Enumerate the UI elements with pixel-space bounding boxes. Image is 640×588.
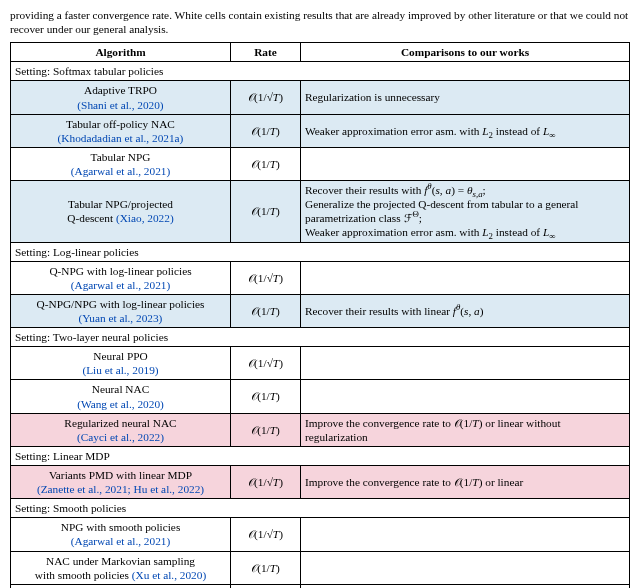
table-row: Tabular off-policy NAC (Khodadadian et a… [11, 114, 630, 147]
table-row: Q-NPG with log-linear policies (Agarwal … [11, 261, 630, 294]
setting-neural: Setting: Two-layer neural policies [11, 328, 630, 347]
alg-cell: Neural PPO (Liu et al., 2019) [11, 347, 231, 380]
rate-cell: 𝒪(1/T) [231, 181, 301, 242]
rate-cell: 𝒪(1/T) [231, 294, 301, 327]
rate-cell: 𝒪(1/T) [231, 413, 301, 446]
table-row: Neural NAC (Wang et al., 2020) 𝒪(1/T) [11, 380, 630, 413]
setting-loglinear: Setting: Log-linear policies [11, 242, 630, 261]
alg-cell: NAC under Markovian sampling with smooth… [11, 551, 231, 584]
rate-cell: 𝒪(1/√T) [231, 261, 301, 294]
header-row: Algorithm Rate Comparisons to our works [11, 43, 630, 62]
alg-cell: Tabular NPG/projected Q-descent (Xiao, 2… [11, 181, 231, 242]
alg-cell: Neural NAC (Wang et al., 2020) [11, 380, 231, 413]
cmp-cell: Recover their results with linear fθ(s, … [301, 294, 630, 327]
caption-text: providing a faster convergence rate. Whi… [10, 8, 630, 36]
cmp-cell: Recover their results with fθ(s, a) = θs… [301, 181, 630, 242]
table-row: Variants PMD with linear MDP (Zanette et… [11, 465, 630, 498]
cmp-cell [301, 584, 630, 588]
results-table: Algorithm Rate Comparisons to our works … [10, 42, 630, 588]
table-row: Neural PPO (Liu et al., 2019) 𝒪(1/√T) [11, 347, 630, 380]
setting-softmax: Setting: Softmax tabular policies [11, 62, 630, 81]
cmp-cell [301, 347, 630, 380]
rate-cell: 𝒪(1/√T) [231, 518, 301, 551]
setting-linearmdp: Setting: Linear MDP [11, 446, 630, 465]
alg-cell: Q-NPG/NPG with log-linear policies (Yuan… [11, 294, 231, 327]
table-row: Tabular NPG/projected Q-descent (Xiao, 2… [11, 181, 630, 242]
cmp-cell: Regularization is unnecessary [301, 81, 630, 114]
cmp-cell: Improve the convergence rate to 𝒪(1/T) o… [301, 465, 630, 498]
col-rate: Rate [231, 43, 301, 62]
table-row: Tabular NPG (Agarwal et al., 2021) 𝒪(1/T… [11, 147, 630, 180]
alg-cell: Q-NPG with log-linear policies (Agarwal … [11, 261, 231, 294]
col-comparisons: Comparisons to our works [301, 43, 630, 62]
table-row: Q-NPG/NPG with log-linear policies (Yuan… [11, 294, 630, 327]
cmp-cell [301, 147, 630, 180]
rate-cell: 𝒪(1/√T) [231, 465, 301, 498]
alg-cell: Tabular off-policy NAC (Khodadadian et a… [11, 114, 231, 147]
table-row: Regularized neural NAC (Cayci et al., 20… [11, 413, 630, 446]
cmp-cell: Improve the convergence rate to 𝒪(1/T) o… [301, 413, 630, 446]
alg-cell: NPG with smooth and Fisher-non-degenerat… [11, 584, 231, 588]
cmp-cell [301, 518, 630, 551]
table-row: NPG with smooth and Fisher-non-degenerat… [11, 584, 630, 588]
rate-cell: 𝒪(1/T) [231, 380, 301, 413]
rate-cell: 𝒪(1/√T) [231, 347, 301, 380]
alg-cell: Regularized neural NAC (Cayci et al., 20… [11, 413, 231, 446]
cmp-cell: Weaker approximation error asm. with L2 … [301, 114, 630, 147]
rate-cell: 𝒪(1/T) [231, 147, 301, 180]
col-algorithm: Algorithm [11, 43, 231, 62]
cmp-cell [301, 551, 630, 584]
table-row: NAC under Markovian sampling with smooth… [11, 551, 630, 584]
table-row: NPG with smooth policies (Agarwal et al.… [11, 518, 630, 551]
alg-cell: Variants PMD with linear MDP (Zanette et… [11, 465, 231, 498]
table-row: Adaptive TRPO (Shani et al., 2020) 𝒪(1/√… [11, 81, 630, 114]
rate-cell: 𝒪(1/√T) [231, 81, 301, 114]
alg-cell: Tabular NPG (Agarwal et al., 2021) [11, 147, 231, 180]
rate-cell: 𝒪(1/T) [231, 584, 301, 588]
rate-cell: 𝒪(1/T) [231, 114, 301, 147]
alg-cell: Adaptive TRPO (Shani et al., 2020) [11, 81, 231, 114]
cmp-cell [301, 380, 630, 413]
alg-cell: NPG with smooth policies (Agarwal et al.… [11, 518, 231, 551]
setting-smooth: Setting: Smooth policies [11, 499, 630, 518]
cmp-cell [301, 261, 630, 294]
rate-cell: 𝒪(1/T) [231, 551, 301, 584]
